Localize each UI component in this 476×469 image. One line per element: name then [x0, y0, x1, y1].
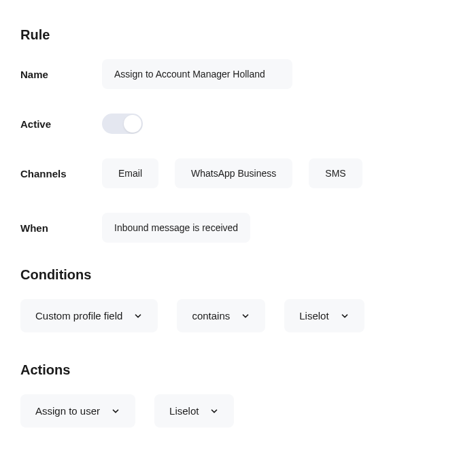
condition-operator-dropdown[interactable]: contains [177, 299, 265, 332]
condition-field-label: Custom profile field [35, 310, 122, 322]
channel-whatsapp[interactable]: WhatsApp Business [175, 158, 292, 188]
conditions-section: Conditions Custom profile field contains… [20, 267, 456, 332]
when-label: When [20, 222, 102, 234]
when-value[interactable]: Inbound message is received [102, 213, 250, 243]
channels-field-row: Channels Email WhatsApp Business SMS [20, 158, 456, 188]
name-label: Name [20, 69, 102, 80]
condition-value-label: Liselot [299, 310, 328, 322]
action-type-dropdown[interactable]: Assign to user [20, 394, 135, 428]
action-value-label: Liselot [169, 405, 199, 417]
name-field-row: Name [20, 59, 456, 89]
channel-email[interactable]: Email [102, 158, 158, 188]
chevron-down-icon [209, 406, 219, 416]
channels-chip-row: Email WhatsApp Business SMS [102, 158, 362, 188]
active-field-row: Active [20, 114, 456, 134]
active-toggle[interactable] [102, 114, 143, 134]
channels-label: Channels [20, 168, 102, 179]
rule-title: Rule [20, 27, 456, 43]
conditions-row: Custom profile field contains Liselot [20, 299, 456, 332]
condition-value-dropdown[interactable]: Liselot [284, 299, 364, 332]
name-input[interactable] [102, 59, 292, 89]
action-value-dropdown[interactable]: Liselot [154, 394, 234, 428]
actions-section: Actions Assign to user Liselot [20, 362, 456, 428]
chevron-down-icon [241, 311, 250, 321]
chevron-down-icon [340, 311, 350, 321]
toggle-knob [124, 115, 141, 133]
active-label: Active [20, 118, 102, 130]
channel-sms[interactable]: SMS [309, 158, 362, 188]
actions-title: Actions [20, 362, 456, 378]
action-type-label: Assign to user [35, 405, 100, 417]
conditions-title: Conditions [20, 267, 456, 283]
chevron-down-icon [111, 406, 120, 416]
actions-row: Assign to user Liselot [20, 394, 456, 428]
condition-operator-label: contains [192, 310, 230, 322]
when-field-row: When Inbound message is received [20, 213, 456, 243]
chevron-down-icon [133, 311, 143, 321]
condition-field-dropdown[interactable]: Custom profile field [20, 299, 158, 332]
